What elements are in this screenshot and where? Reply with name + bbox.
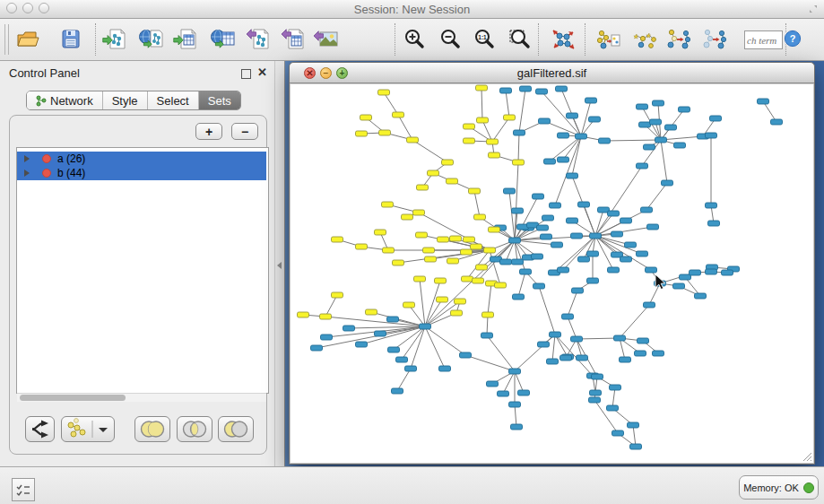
graph-node[interactable] (476, 265, 488, 270)
graph-node[interactable] (428, 170, 439, 176)
graph-node[interactable] (393, 260, 404, 265)
graph-node[interactable] (572, 288, 584, 293)
graph-node[interactable] (504, 188, 516, 194)
graph-node[interactable] (405, 366, 417, 371)
graph-node[interactable] (435, 278, 447, 283)
graph-node[interactable] (500, 88, 512, 93)
horizontal-scrollbar[interactable] (17, 393, 266, 402)
graph-node[interactable] (464, 237, 475, 242)
open-file-button[interactable] (14, 27, 39, 52)
graph-node[interactable] (637, 251, 648, 256)
split-set-button[interactable] (25, 416, 55, 442)
graph-node[interactable] (560, 355, 572, 361)
graph-node[interactable] (413, 210, 425, 215)
graph-node[interactable] (439, 366, 451, 371)
expander-icon[interactable] (24, 155, 30, 162)
resize-grip-icon[interactable] (801, 450, 812, 462)
graph-node[interactable] (646, 267, 657, 273)
graph-node[interactable] (662, 180, 673, 186)
graph-node[interactable] (536, 89, 548, 94)
graph-node[interactable] (650, 119, 662, 125)
network-frame-titlebar[interactable]: ✕ − + galFiltered.sif (290, 63, 814, 83)
graph-node[interactable] (417, 185, 429, 190)
graph-node[interactable] (482, 312, 494, 317)
graph-node[interactable] (462, 276, 473, 282)
graph-node[interactable] (674, 143, 686, 148)
graph-node[interactable] (366, 309, 377, 315)
apply-layout-button[interactable] (551, 27, 576, 52)
export-table-button[interactable] (281, 27, 306, 52)
graph-node[interactable] (628, 422, 639, 428)
set-difference-button[interactable] (218, 416, 254, 442)
graph-node[interactable] (476, 85, 488, 91)
set-union-button[interactable] (134, 416, 170, 442)
graph-node[interactable] (571, 233, 583, 239)
graph-node[interactable] (500, 259, 512, 265)
graph-node[interactable] (567, 218, 578, 223)
graph-node[interactable] (498, 391, 509, 396)
graph-node[interactable] (585, 98, 597, 103)
graph-node[interactable] (375, 331, 386, 336)
graph-node[interactable] (653, 351, 664, 356)
toolbar-grip[interactable] (4, 24, 9, 55)
fullscreen-icon[interactable] (808, 4, 819, 14)
select-first-neighbors-button[interactable] (631, 27, 656, 52)
graph-node[interactable] (541, 234, 552, 239)
graph-node[interactable] (320, 314, 332, 319)
tab-style[interactable]: Style (103, 91, 148, 109)
graph-node[interactable] (608, 267, 620, 273)
graph-node[interactable] (589, 117, 601, 122)
graph-node[interactable] (416, 232, 428, 238)
graph-node[interactable] (504, 115, 516, 120)
graph-node[interactable] (644, 302, 655, 308)
graph-node[interactable] (695, 293, 707, 299)
show-all-button[interactable] (702, 27, 727, 52)
graph-node[interactable] (620, 218, 632, 223)
graph-node[interactable] (556, 86, 568, 91)
graph-node[interactable] (513, 294, 525, 300)
add-set-button[interactable]: + (195, 123, 222, 140)
graph-node[interactable] (571, 336, 583, 342)
graph-node[interactable] (587, 278, 599, 283)
graph-node[interactable] (647, 224, 659, 230)
graph-node[interactable] (607, 405, 619, 411)
graph-node[interactable] (558, 133, 569, 138)
graph-node[interactable] (590, 233, 602, 239)
graph-node[interactable] (708, 221, 720, 226)
list-item-set-a[interactable]: a (26) (17, 152, 266, 166)
graph-node[interactable] (562, 314, 574, 319)
network-frame[interactable]: ✕ − + galFiltered.sif (289, 62, 815, 465)
graph-node[interactable] (592, 374, 603, 379)
graph-node[interactable] (533, 194, 544, 199)
graph-node[interactable] (673, 283, 685, 289)
import-table-web-button[interactable] (210, 27, 235, 52)
graph-node[interactable] (608, 211, 620, 216)
graph-node[interactable] (612, 430, 624, 436)
graph-node[interactable] (644, 144, 655, 150)
set-intersection-button[interactable] (177, 416, 213, 442)
graph-node[interactable] (423, 248, 435, 253)
graph-node[interactable] (393, 112, 404, 117)
graph-node[interactable] (495, 282, 507, 288)
graph-node[interactable] (578, 202, 590, 207)
expander-icon[interactable] (24, 169, 30, 177)
graph-node[interactable] (382, 202, 394, 207)
graph-node[interactable] (679, 107, 690, 112)
graph-node[interactable] (484, 248, 496, 253)
graph-node[interactable] (356, 342, 368, 347)
graph-node[interactable] (360, 115, 372, 120)
graph-node[interactable] (539, 118, 551, 124)
graph-node[interactable] (420, 324, 431, 329)
graph-node[interactable] (610, 385, 621, 390)
graph-node[interactable] (298, 312, 309, 317)
graph-node[interactable] (477, 117, 489, 123)
graph-node[interactable] (641, 207, 653, 213)
tab-sets[interactable]: Sets (199, 91, 240, 109)
graph-node[interactable] (343, 326, 355, 331)
graph-node[interactable] (512, 208, 524, 213)
hide-selected-button[interactable] (666, 27, 691, 52)
graph-node[interactable] (614, 335, 626, 341)
graph-node[interactable] (625, 242, 637, 248)
graph-node[interactable] (587, 251, 599, 256)
graph-node[interactable] (706, 203, 717, 208)
